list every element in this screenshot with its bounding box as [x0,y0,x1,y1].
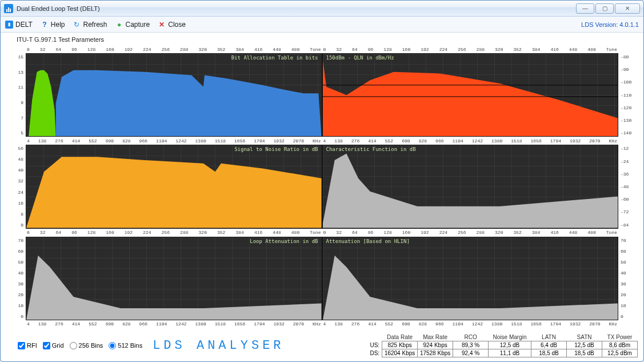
chart-icon: ▮ [5,21,13,29]
plot-snr: Signal to Noise Ratio in dB [26,145,322,228]
chart-grid: 0326496128160192224256288320352384416448… [6,45,638,328]
axis-khz-1: 4138276414552690828966110412421380151816… [26,137,322,145]
help-icon: ? [41,21,49,29]
close-button[interactable]: ✕ Close [158,21,186,29]
plot-attenuation-hlin: Attenuation [Based on HLIN] [322,237,619,320]
axis-khz-2: 4138276414552690828966110412421380151816… [322,137,619,145]
axis-tone-top-2: 0326496128160192224256288320352384416448… [322,45,619,53]
grid-checkbox[interactable]: Grid [43,342,64,349]
window-close-button[interactable]: ✕ [615,3,640,14]
plot-qln: 150dBm - QLN in dBm/Hz [322,53,619,137]
titlebar[interactable]: Dual Ended Loop Test (DELT) — ▢ ✕ [1,1,643,17]
app-window: Dual Ended Loop Test (DELT) — ▢ ✕ ▮ DELT… [0,0,644,362]
axis-tone-4: 0326496128160192224256288320352384416448… [322,229,619,237]
toolbar: ▮ DELT ? Help ↻ Refresh ● Capture ✕ Clos… [1,17,643,33]
axis-la-left: 706050403020100 [6,237,26,320]
app-icon [4,4,13,13]
maximize-button[interactable]: ▢ [595,3,614,14]
record-icon: ● [115,21,123,29]
axis-tone-3: 0326496128160192224256288320352384416448… [26,229,322,237]
bins-256-radio[interactable]: 256 Bins [70,342,103,349]
group-title: ITU-T G.997.1 Test Parameters [17,36,638,43]
minimize-button[interactable]: — [576,3,594,14]
brand-logo: LDS ANALYSER [153,339,284,353]
refresh-button[interactable]: ↻ Refresh [73,21,107,29]
axis-tone-top-1: 0326496128160192224256288320352384416448… [26,45,322,53]
rfi-checkbox[interactable]: RFI [18,342,37,349]
version-label: LDS Version: 4.0.1.1 [581,21,639,28]
stats-table: Data RateMax RateRCONoise MarginLATNSATN… [347,333,638,357]
delt-button[interactable]: ▮ DELT [5,21,33,29]
capture-button[interactable]: ● Capture [115,21,150,29]
window-title: Dual Ended Loop Test (DELT) [17,5,100,12]
axis-snr-left: 56484032241680 [6,145,26,228]
axis-cf-right: -12-24-36-48-60-72-84 [618,145,638,228]
help-button[interactable]: ? Help [41,21,65,29]
plot-characteristic: Characteristic Function in dB [322,145,619,228]
axis-khz-4: 4138276414552690828966110412421380151816… [322,320,619,328]
close-icon: ✕ [158,21,166,29]
axis-bat-left: 151311975 [6,53,26,137]
axis-att-right: 706050403020100 [618,237,638,320]
refresh-icon: ↻ [73,21,81,29]
bins-512-radio[interactable]: 512 Bins [109,342,142,349]
plot-loop-attenuation: Loop Attenuation in dB [26,237,322,320]
plot-bit-allocation: Bit Allocation Table in bits [26,53,322,137]
axis-khz-3: 4138276414552690828966110412421380151816… [26,320,322,328]
axis-qln-right: -80-90-100-110-120-130-140 [618,53,638,137]
